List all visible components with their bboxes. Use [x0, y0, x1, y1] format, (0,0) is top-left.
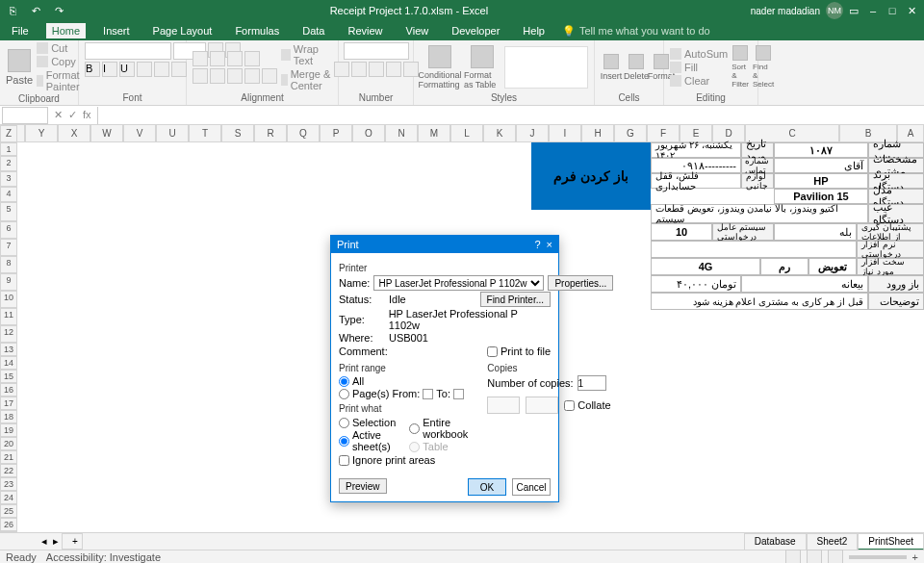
- delete-cells-button[interactable]: Delete: [626, 54, 647, 81]
- col-header[interactable]: G: [614, 125, 647, 142]
- cut-button[interactable]: Cut: [37, 42, 85, 54]
- merge-button[interactable]: Merge & Center: [281, 68, 332, 91]
- col-header[interactable]: I: [549, 125, 581, 142]
- underline-button[interactable]: U: [119, 62, 135, 77]
- indent-inc-icon[interactable]: [262, 68, 277, 84]
- inc-decimal-icon[interactable]: [386, 62, 401, 77]
- tab-file[interactable]: File: [6, 23, 35, 38]
- print-to-file-checkbox[interactable]: [487, 346, 498, 357]
- tellme-text[interactable]: Tell me what you want to do: [579, 25, 710, 37]
- sheet-tab-database[interactable]: Database: [744, 533, 807, 550]
- range-all-radio[interactable]: [339, 376, 349, 387]
- hw-ram[interactable]: رم: [760, 258, 808, 275]
- align-bot-icon[interactable]: [227, 51, 243, 66]
- fault-value[interactable]: اکتیو ویندوز، بالا نیامدن ویندوز، تعویض …: [651, 204, 868, 223]
- zoom-slider[interactable]: [849, 555, 907, 559]
- ignore-print-areas-checkbox[interactable]: [339, 455, 349, 466]
- preview-button[interactable]: Preview: [339, 478, 387, 494]
- name-box[interactable]: [2, 107, 48, 124]
- col-header[interactable]: W: [90, 125, 123, 142]
- align-left-icon[interactable]: [192, 68, 208, 84]
- col-header[interactable]: U: [156, 125, 189, 142]
- what-active-radio[interactable]: [339, 436, 349, 447]
- row-header[interactable]: 7: [0, 239, 17, 256]
- row-header[interactable]: 26: [0, 518, 17, 531]
- formula-bar[interactable]: [97, 107, 924, 124]
- receipt-no-value[interactable]: ۱۰۸۷: [774, 142, 868, 158]
- what-entire-radio[interactable]: [409, 423, 420, 434]
- os-value[interactable]: 10: [651, 223, 712, 241]
- tab-view[interactable]: View: [400, 23, 435, 38]
- comma-icon[interactable]: [369, 62, 384, 77]
- insert-cells-button[interactable]: Insert: [601, 54, 622, 81]
- ok-button[interactable]: OK: [468, 478, 506, 496]
- italic-button[interactable]: I: [102, 62, 117, 77]
- percent-icon[interactable]: [351, 62, 367, 77]
- font-color-button[interactable]: [171, 62, 187, 77]
- paste-button[interactable]: Paste: [6, 49, 33, 86]
- col-header[interactable]: Y: [25, 125, 58, 142]
- user-avatar[interactable]: NM: [826, 2, 843, 19]
- cancel-formula-icon[interactable]: ✕: [54, 109, 63, 121]
- tab-home[interactable]: Home: [46, 23, 86, 38]
- zoom-in-icon[interactable]: +: [912, 551, 918, 563]
- enter-formula-icon[interactable]: ✓: [68, 109, 77, 121]
- row-header[interactable]: 15: [0, 370, 17, 383]
- backup-value[interactable]: بله: [774, 223, 857, 241]
- accessory-label[interactable]: لوازم جانبی: [741, 173, 774, 189]
- col-header[interactable]: L: [450, 125, 483, 142]
- from-input[interactable]: [423, 389, 433, 399]
- col-header[interactable]: R: [254, 125, 287, 142]
- row-header[interactable]: 6: [0, 221, 17, 239]
- row-header[interactable]: 21: [0, 450, 17, 464]
- model-value[interactable]: Pavilion 15: [774, 189, 868, 204]
- row-header[interactable]: 20: [0, 437, 17, 450]
- dialog-help-icon[interactable]: ?: [534, 239, 540, 250]
- cust-value[interactable]: آقای: [774, 158, 868, 173]
- find-printer-button[interactable]: Find Printer...: [480, 292, 551, 307]
- col-header[interactable]: Z: [0, 125, 25, 142]
- sort-filter-button[interactable]: Sort & Filter: [732, 45, 749, 89]
- row-header[interactable]: 14: [0, 356, 17, 370]
- range-pages-radio[interactable]: [339, 389, 349, 399]
- collate-checkbox[interactable]: [564, 400, 575, 411]
- row-header[interactable]: 2: [0, 156, 17, 171]
- tab-help[interactable]: Help: [517, 23, 551, 38]
- tab-pagelayout[interactable]: Page Layout: [147, 23, 218, 38]
- font-combo[interactable]: [85, 42, 171, 60]
- date-value[interactable]: یکشنبه، ۲۶ شهریور ۱۴۰۲: [651, 142, 741, 158]
- col-header[interactable]: T: [189, 125, 221, 142]
- to-input[interactable]: [453, 389, 464, 399]
- col-header[interactable]: O: [352, 125, 385, 142]
- row-header[interactable]: 11: [0, 308, 17, 325]
- properties-button[interactable]: Properties...: [548, 275, 613, 291]
- cancel-button[interactable]: Cancel: [512, 478, 551, 496]
- col-header[interactable]: N: [385, 125, 418, 142]
- backup-label[interactable]: پشتیبان گیری از اطلاعات: [857, 223, 924, 241]
- col-header[interactable]: V: [123, 125, 156, 142]
- sheet-add-button[interactable]: +: [62, 533, 83, 550]
- orientation-icon[interactable]: [244, 51, 260, 66]
- col-header[interactable]: S: [221, 125, 254, 142]
- os-label[interactable]: سیستم عامل درخواستی: [712, 223, 774, 241]
- find-select-button[interactable]: Find & Select: [753, 45, 774, 89]
- row-header[interactable]: 19: [0, 423, 17, 437]
- wrap-text-button[interactable]: Wrap Text: [281, 43, 332, 66]
- open-amount[interactable]: ۴۰,۰۰۰ تومان: [651, 275, 741, 293]
- row-header[interactable]: 23: [0, 477, 17, 491]
- notes-label[interactable]: توضیحات: [868, 293, 924, 310]
- cell-styles-gallery[interactable]: [504, 46, 588, 89]
- format-table-button[interactable]: Format as Table: [464, 45, 500, 90]
- tab-data[interactable]: Data: [296, 23, 330, 38]
- align-top-icon[interactable]: [192, 51, 208, 66]
- copy-button[interactable]: Copy: [37, 56, 85, 67]
- row-header[interactable]: 16: [0, 383, 17, 397]
- tab-formulas[interactable]: Formulas: [229, 23, 285, 38]
- autosum-button[interactable]: AutoSum: [670, 48, 728, 60]
- page-layout-view-icon[interactable]: [807, 550, 822, 564]
- sw-value[interactable]: [651, 241, 857, 258]
- row-header[interactable]: 25: [0, 504, 17, 518]
- row-header[interactable]: 9: [0, 273, 17, 291]
- brand-value[interactable]: HP: [774, 173, 868, 189]
- sheet-tab-sheet2[interactable]: Sheet2: [807, 533, 859, 550]
